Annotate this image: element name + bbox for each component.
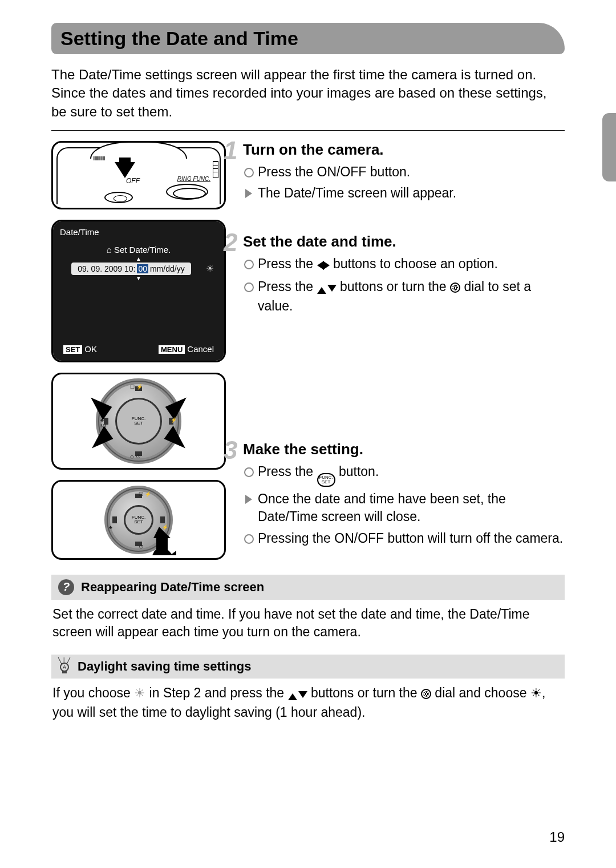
caret-up-icon: ▲ (60, 257, 217, 261)
step-title: Make the setting. (243, 441, 565, 458)
step-number: 3 (224, 436, 237, 465)
lcd-cancel: MENUCancel (159, 344, 214, 354)
up-down-arrow-icon (317, 280, 337, 297)
func-set-icon: FUNC.SET (317, 473, 335, 487)
lcd-datetime-field: 09. 09. 2009 10:00 mm/dd/yy (71, 263, 191, 275)
up-down-arrow-icon (288, 686, 307, 704)
step-line: Press the buttons or turn the dial to se… (243, 278, 565, 315)
note-body: Set the correct date and time. If you ha… (51, 600, 565, 644)
scale-marks: ||||||||||||||||||| (93, 155, 104, 160)
sun-icon: ☀ (206, 263, 217, 274)
step-title: Turn on the camera. (243, 141, 565, 159)
ring-label: RING FUNC. (177, 176, 210, 182)
question-icon: ? (58, 579, 74, 595)
note-dst-header: ╲│╱A Daylight saving time settings (51, 655, 565, 679)
step-title: Set the date and time. (243, 233, 565, 251)
caret-down-icon: ▼ (60, 276, 217, 281)
lightbulb-icon: ╲│╱A (58, 659, 71, 673)
page-number: 19 (549, 829, 565, 845)
illustration-wheel-rotate: FUNC. SET ☐ ⚡♣MF⚡◇ ⏱ (51, 373, 226, 470)
step-line: Once the date and time have been set, th… (243, 490, 565, 526)
title-bar: Setting the Date and Time (51, 23, 565, 54)
step-line: The Date/Time screen will appear. (243, 184, 565, 202)
step-number: 1 (224, 136, 237, 165)
lcd-value-highlight: 00 (137, 264, 148, 273)
lcd-set-label: Set Date/Time. (60, 245, 217, 255)
step-1: 1 Turn on the camera. Press the ON/OFF b… (243, 141, 565, 202)
illustration-lcd: Date/Time Set Date/Time. ▲ 09. 09. 2009 … (51, 220, 226, 362)
page-title: Setting the Date and Time (60, 27, 556, 50)
left-right-arrow-icon (317, 257, 330, 274)
step-2: 2 Set the date and time. Press the butto… (243, 233, 565, 315)
off-label: OFF (126, 177, 140, 185)
note-reappearing-header: ? Reappearing Date/Time screen (51, 575, 565, 600)
step-line: Press the FUNC.SET button. (243, 463, 565, 487)
sun-on-icon: ☀ (530, 686, 542, 700)
set-tag: SET (63, 345, 82, 354)
dial-icon (450, 282, 460, 293)
lcd-value-left: 09. 09. 2009 10: (78, 264, 135, 273)
thumb-press-icon (142, 521, 176, 555)
arrow-down-icon (115, 162, 135, 178)
lcd-title: Date/Time (60, 227, 217, 237)
dial-icon (421, 689, 431, 699)
func-set-button: FUNC. SET (115, 398, 162, 445)
step-line: Pressing the ON/OFF button will turn off… (243, 530, 565, 547)
lcd-ok: SETOK (63, 344, 97, 354)
illustration-camera-top: ||||||||||||||||||| OFF RING FUNC. (51, 141, 226, 209)
step-number: 2 (224, 228, 237, 257)
note-title: Reappearing Date/Time screen (81, 580, 264, 595)
sun-off-icon: ☀ (134, 686, 145, 700)
illustration-wheel-press: FUNC. SET ☐ ⚡♣⚡⏱ (51, 480, 226, 560)
note-title: Daylight saving time settings (78, 659, 251, 674)
step-3: 3 Make the setting. Press the FUNC.SET b… (243, 441, 565, 547)
side-tab (602, 113, 616, 181)
divider (51, 130, 565, 131)
note-body: If you choose ☀ in Step 2 and press the … (51, 679, 565, 725)
menu-tag: MENU (159, 345, 185, 354)
step-line: Press the buttons to choose an option. (243, 255, 565, 274)
lcd-value-right: mm/dd/yy (150, 264, 185, 273)
step-line: Press the ON/OFF button. (243, 163, 565, 181)
intro-text: The Date/Time settings screen will appea… (51, 66, 565, 121)
